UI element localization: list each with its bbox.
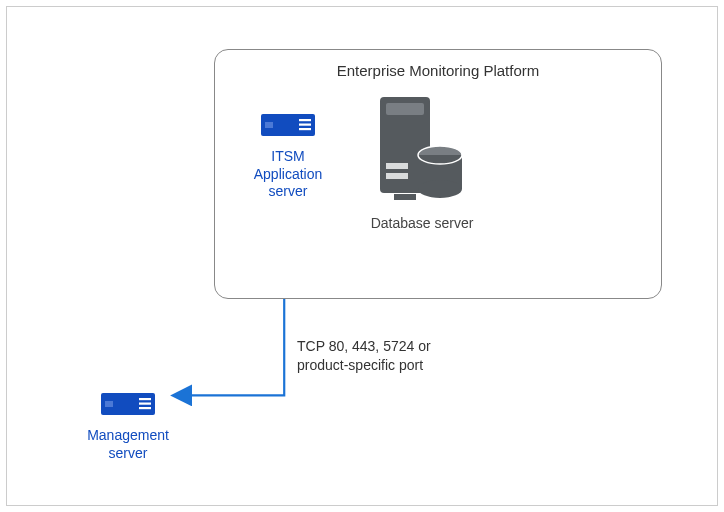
svg-rect-15 bbox=[139, 398, 151, 400]
svg-rect-8 bbox=[386, 173, 408, 179]
rack-server-icon bbox=[261, 114, 315, 136]
management-server-label: Management server bbox=[73, 427, 183, 462]
svg-point-12 bbox=[418, 180, 462, 198]
diagram-canvas: Enterprise Monitoring Platform ITSM Appl… bbox=[6, 6, 718, 506]
svg-rect-18 bbox=[105, 401, 113, 407]
itsm-server-node: ITSM Application server bbox=[238, 114, 338, 201]
database-server-node: Database server bbox=[362, 95, 482, 233]
svg-rect-2 bbox=[299, 124, 311, 126]
itsm-server-label: ITSM Application server bbox=[238, 148, 338, 201]
svg-rect-7 bbox=[386, 163, 408, 169]
database-server-label: Database server bbox=[362, 215, 482, 233]
svg-rect-1 bbox=[299, 119, 311, 121]
svg-rect-3 bbox=[299, 128, 311, 130]
svg-rect-17 bbox=[139, 407, 151, 409]
database-server-icon bbox=[374, 95, 470, 205]
svg-rect-16 bbox=[139, 403, 151, 405]
connection-label: TCP 80, 443, 5724 or product-specific po… bbox=[297, 337, 467, 375]
svg-rect-6 bbox=[386, 103, 424, 115]
svg-rect-9 bbox=[394, 194, 416, 200]
platform-title: Enterprise Monitoring Platform bbox=[215, 62, 661, 79]
management-server-node: Management server bbox=[73, 393, 183, 462]
svg-rect-4 bbox=[265, 122, 273, 128]
rack-server-icon bbox=[101, 393, 155, 415]
